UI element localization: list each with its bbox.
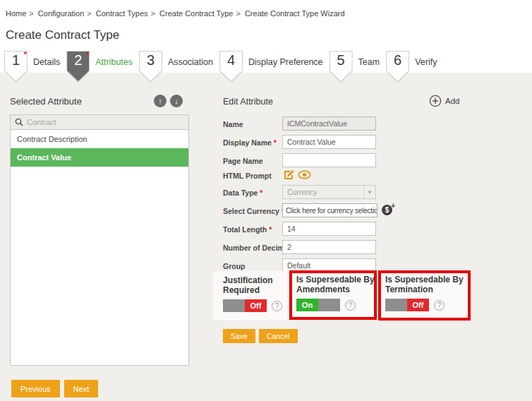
down-arrow-icon: ↓: [174, 97, 179, 105]
list-item-contract-value-selected[interactable]: Contract Value: [11, 148, 188, 167]
selected-attribute-list: Contract Description Contract Value: [10, 130, 189, 366]
wizard-step-attributes[interactable]: 2 * Attributes: [66, 51, 133, 83]
cancel-button[interactable]: Cancel: [259, 329, 298, 343]
add-currency-icon[interactable]: $ +: [382, 205, 393, 216]
wizard-step-strip: 1 * Details 2 * Attributes 3 Association: [0, 51, 532, 73]
selected-attribute-title: Selected Attribute: [10, 96, 82, 107]
step-badge-3[interactable]: 3: [139, 51, 162, 83]
step-label: Display Preference: [248, 57, 323, 67]
data-type-select-disabled: Currency ▼: [282, 185, 376, 199]
required-asterisk: *: [86, 50, 89, 59]
required-asterisk: *: [269, 225, 272, 234]
step-label: Attributes: [95, 57, 133, 67]
html-prompt-icons: [283, 169, 311, 180]
wizard-step-association[interactable]: 3 Association: [139, 51, 213, 83]
help-icon[interactable]: ?: [272, 301, 282, 311]
move-down-button[interactable]: ↓: [170, 95, 183, 107]
supersedable-termination-toggle-off[interactable]: Off: [385, 299, 429, 311]
page-name-input[interactable]: [282, 153, 376, 167]
wizard-footer-buttons: Previous Next: [11, 380, 98, 397]
wizard-step-display-preference[interactable]: 4 Display Preference: [219, 51, 323, 83]
name-input: [282, 116, 376, 131]
wizard-step-verify[interactable]: 6 Verify: [386, 51, 437, 83]
breadcrumb-separator: >: [236, 9, 240, 18]
up-arrow-icon: ↑: [158, 97, 162, 105]
attribute-search-input[interactable]: [27, 118, 184, 126]
add-plus-icon: [429, 95, 442, 107]
supersedable-amendments-group: Is Supersedable By Amendments On ?: [296, 275, 374, 311]
justification-required-toggle-off[interactable]: Off: [223, 299, 267, 312]
required-asterisk: *: [24, 50, 27, 59]
required-asterisk: *: [260, 188, 262, 197]
add-label: Add: [445, 97, 459, 105]
chevron-down-icon: ▼: [363, 186, 375, 198]
list-item-contract-description[interactable]: Contract Description: [11, 130, 188, 148]
required-asterisk: *: [274, 138, 277, 147]
help-icon[interactable]: ?: [434, 300, 445, 311]
highlight-box-termination: Is Supersedable By Termination Off ?: [378, 270, 471, 321]
step-badge-4[interactable]: 4: [219, 51, 243, 83]
step-badge-1[interactable]: 1 *: [4, 51, 28, 83]
breadcrumb-separator: >: [29, 9, 33, 18]
step-label: Verify: [415, 57, 437, 67]
create-contract-type-page: Home> Configuration> Contract Types> Cre…: [0, 0, 532, 401]
step-badge-6[interactable]: 6: [386, 51, 409, 83]
display-name-input[interactable]: [282, 135, 376, 149]
edit-prompt-icon[interactable]: [283, 169, 295, 180]
justification-required-group: Justification Required Off ?: [223, 276, 290, 312]
move-up-button[interactable]: ↑: [154, 95, 167, 107]
edit-attribute-title: Edit Attribute: [223, 97, 273, 107]
page-title: Create Contract Type: [6, 28, 119, 42]
add-attribute-button[interactable]: Add: [429, 95, 459, 107]
reorder-controls: ↑ ↓: [154, 95, 183, 107]
next-button[interactable]: Next: [64, 380, 99, 397]
supersedable-termination-group: Is Supersedable By Termination Off ?: [385, 275, 468, 311]
justification-required-label: Justification Required: [223, 276, 290, 295]
step-badge-5[interactable]: 5: [330, 51, 353, 83]
help-icon[interactable]: ?: [345, 300, 356, 311]
breadcrumb-home[interactable]: Home: [6, 9, 26, 18]
total-length-input[interactable]: [282, 222, 376, 236]
previous-button[interactable]: Previous: [11, 380, 60, 397]
breadcrumb-contract-types[interactable]: Contract Types: [96, 9, 148, 18]
supersedable-amendments-label: Is Supersedable By Amendments: [296, 275, 375, 294]
search-icon: [15, 118, 23, 126]
number-of-decimals-input[interactable]: [282, 240, 376, 254]
breadcrumb-create-contract-type[interactable]: Create Contract Type: [159, 9, 233, 18]
breadcrumb: Home> Configuration> Contract Types> Cre…: [6, 9, 347, 18]
step-label: Association: [168, 57, 213, 67]
highlight-box-amendments: Is Supersedable By Amendments On ?: [289, 270, 377, 320]
breadcrumb-create-contract-type-wizard: Create Contract Type Wizard: [245, 9, 345, 18]
attribute-search-box[interactable]: [10, 114, 189, 130]
step-label: Team: [358, 57, 380, 67]
supersedable-amendments-toggle-on[interactable]: On: [296, 299, 340, 311]
preview-eye-icon[interactable]: [298, 170, 311, 179]
wizard-step-team[interactable]: 5 Team: [330, 51, 380, 83]
step-badge-2-active[interactable]: 2 *: [66, 51, 90, 83]
breadcrumb-separator: >: [87, 9, 91, 18]
supersedable-termination-label: Is Supersedable By Termination: [385, 275, 468, 294]
breadcrumb-configuration[interactable]: Configuration: [38, 9, 84, 18]
save-button[interactable]: Save: [223, 329, 255, 343]
wizard-step-details[interactable]: 1 * Details: [4, 51, 60, 83]
step-label: Details: [33, 57, 60, 67]
currency-selection-field[interactable]: Click here for currency selection: [282, 203, 377, 217]
breadcrumb-separator: >: [151, 9, 155, 18]
edit-form-actions: Save Cancel: [223, 329, 298, 343]
